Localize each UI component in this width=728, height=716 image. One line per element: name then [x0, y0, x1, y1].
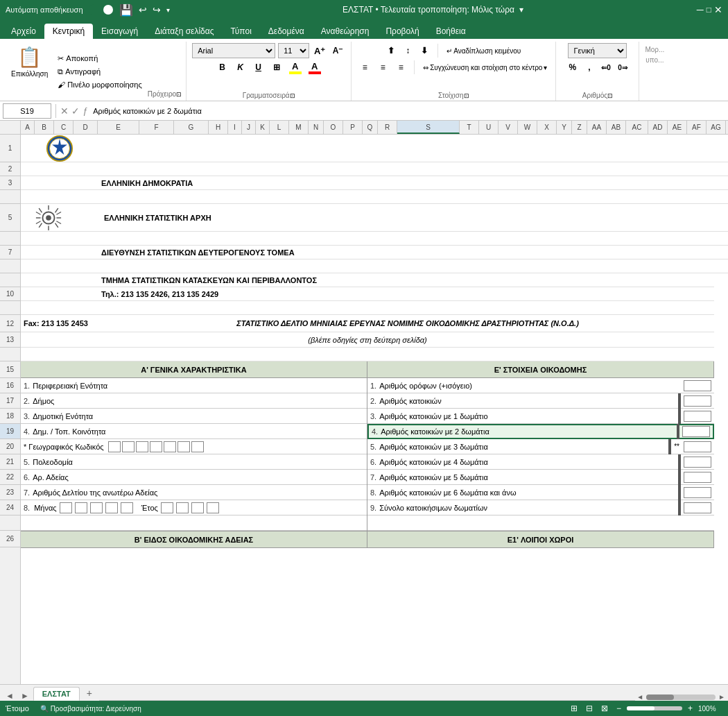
row-num-4[interactable] [0, 190, 20, 204]
col-header-X[interactable]: X [537, 121, 557, 134]
col-header-AF[interactable]: AF [687, 121, 707, 134]
zoom-out-btn[interactable]: − [614, 702, 624, 715]
col-header-B[interactable]: B [35, 121, 54, 134]
geo-input-2[interactable] [122, 441, 135, 452]
format-painter-button[interactable]: 🖌 Πινέλο μορφοποίησης [55, 79, 144, 90]
tab-review[interactable]: Αναθεώρηση [313, 24, 378, 39]
autosave-toggle[interactable] [89, 4, 114, 15]
tab-file[interactable]: Αρχείο [3, 24, 44, 39]
align-bottom-button[interactable]: ⬇ [417, 43, 432, 58]
col-header-E[interactable]: E [98, 121, 139, 134]
row-num-1[interactable]: 1 [0, 135, 20, 162]
e5-input[interactable] [684, 441, 711, 452]
percent-button[interactable]: % [565, 60, 580, 75]
col-header-Y[interactable]: Y [557, 121, 572, 134]
number-expand-icon[interactable]: ⊡ [607, 92, 613, 99]
geo-input-3[interactable] [136, 441, 148, 452]
copy-button[interactable]: ⧉ Αντιγραφή [55, 66, 144, 78]
col-header-AD[interactable]: AD [648, 121, 668, 134]
row-num-9[interactable] [0, 273, 20, 287]
geo-input-1[interactable] [108, 441, 121, 452]
title-dropdown-icon[interactable]: ▾ [519, 5, 523, 15]
row-num-7[interactable]: 7 [0, 246, 20, 259]
window-close-icon[interactable]: ✕ [714, 4, 722, 15]
month-input-4[interactable] [105, 502, 118, 513]
row-num-17[interactable]: 17 [0, 393, 20, 409]
confirm-formula-icon[interactable]: ✓ [71, 105, 80, 117]
row-num-14[interactable] [0, 348, 20, 361]
year-input-1[interactable] [161, 502, 173, 513]
align-left-button[interactable]: ≡ [357, 60, 372, 75]
row-num-24[interactable]: 24 [0, 500, 20, 515]
geo-input-7[interactable] [191, 441, 204, 452]
col-header-F[interactable]: F [139, 121, 174, 134]
row-num-5[interactable]: 5 [0, 204, 20, 232]
grow-font-button[interactable]: A⁺ [312, 43, 327, 58]
normal-view-btn[interactable]: ⊞ [568, 702, 580, 715]
col-header-V[interactable]: V [499, 121, 518, 134]
col-header-A[interactable]: A [21, 121, 35, 134]
col-header-O[interactable]: O [324, 121, 343, 134]
row-num-15[interactable]: 15 [0, 361, 20, 378]
row-num-13[interactable]: 13 [0, 332, 20, 348]
row-num-11[interactable] [0, 301, 20, 315]
row-num-6[interactable] [0, 232, 20, 246]
e2-input[interactable] [684, 395, 711, 407]
month-input-5[interactable] [121, 502, 133, 513]
cell-reference-box[interactable]: S19 [3, 103, 51, 119]
thousand-separator-button[interactable]: , [582, 60, 597, 75]
page-layout-btn[interactable]: ⊟ [583, 702, 596, 715]
merge-center-button[interactable]: ⇔ Συγχώνευση και στοίχιση στο κέντρο ▾ [420, 62, 550, 73]
window-minimize-icon[interactable]: ─ [697, 4, 704, 15]
month-input-1[interactable] [60, 502, 72, 513]
col-header-AB[interactable]: AB [607, 121, 626, 134]
sheet-tab-elstat[interactable]: ΕΛΣΤΑΤ [33, 687, 80, 701]
year-input-2[interactable] [176, 502, 189, 513]
row-19-right[interactable]: 4. Αριθμός κατοικιών με 2 δωμάτια [367, 424, 714, 439]
e4-input[interactable] [682, 426, 710, 437]
font-expand-icon[interactable]: ⊡ [290, 92, 295, 99]
formula-input[interactable] [90, 103, 725, 119]
col-header-S[interactable]: S [397, 121, 460, 134]
row-num-16[interactable]: 16 [0, 378, 20, 393]
e6-input[interactable] [684, 457, 711, 468]
horizontal-scroll-right[interactable]: ► [718, 693, 725, 701]
col-header-D[interactable]: D [73, 121, 98, 134]
row-num-22[interactable]: 22 [0, 470, 20, 485]
e7-input[interactable] [684, 472, 711, 483]
increase-decimal-button[interactable]: ⇐0 [598, 60, 614, 75]
year-input-4[interactable] [207, 502, 219, 513]
col-header-Q[interactable]: Q [363, 121, 378, 134]
merge-dropdown-icon[interactable]: ▾ [544, 64, 547, 71]
scroll-right-sheets-btn[interactable]: ► [18, 691, 32, 701]
decrease-decimal-button[interactable]: 0⇒ [615, 60, 630, 75]
align-center-button[interactable]: ≡ [375, 60, 390, 75]
bold-button[interactable]: B [215, 60, 230, 75]
tab-help[interactable]: Βοήθεια [428, 24, 474, 39]
month-input-3[interactable] [90, 502, 103, 513]
redo-icon[interactable]: ↪ [153, 4, 161, 15]
col-header-AE[interactable]: AE [668, 121, 687, 134]
geo-input-6[interactable] [177, 441, 190, 452]
align-top-button[interactable]: ⬆ [383, 43, 399, 58]
tab-insert[interactable]: Εισαγωγή [93, 24, 146, 39]
col-header-C[interactable]: C [54, 121, 73, 134]
save-icon[interactable]: 💾 [119, 3, 133, 17]
e1-input[interactable] [684, 380, 711, 391]
horizontal-scroll-left[interactable]: ◄ [636, 693, 643, 701]
page-break-btn[interactable]: ⊠ [598, 702, 611, 715]
row-num-12[interactable]: 12 [0, 315, 20, 332]
col-header-AA[interactable]: AA [587, 121, 607, 134]
col-header-H[interactable]: H [209, 121, 228, 134]
col-header-R[interactable]: R [378, 121, 397, 134]
col-header-I[interactable]: I [228, 121, 242, 134]
row-num-19[interactable]: 19 [0, 424, 20, 439]
geo-input-4[interactable] [150, 441, 162, 452]
row-num-26[interactable]: 26 [0, 531, 20, 547]
add-sheet-button[interactable]: + [81, 685, 98, 701]
paste-button[interactable]: 📋 Επικόλληση [7, 43, 52, 99]
undo-icon[interactable]: ↩ [139, 4, 147, 15]
col-header-P[interactable]: P [343, 121, 363, 134]
tab-page-layout[interactable]: Διάταξη σελίδας [146, 24, 222, 39]
font-name-select[interactable]: Arial [192, 43, 275, 58]
